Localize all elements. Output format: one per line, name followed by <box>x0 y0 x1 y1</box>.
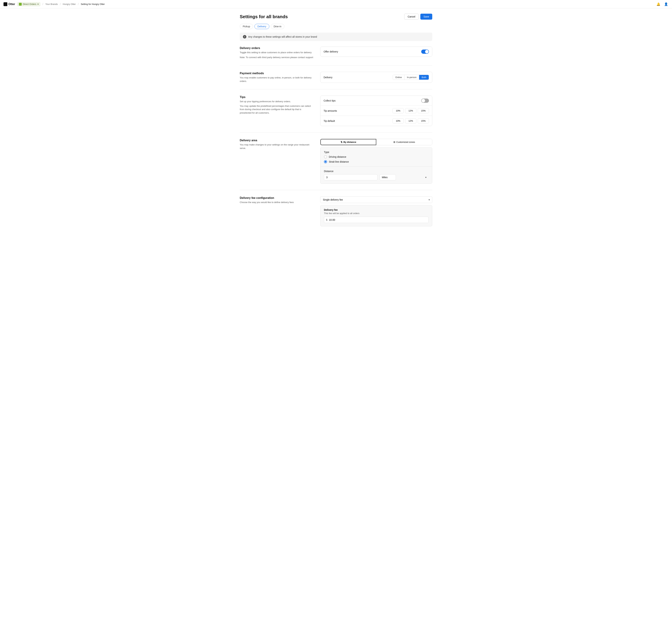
fee-card-desc: This fee will be applied to all orders <box>324 212 429 215</box>
fee-card-inner: Delivery fee This fee will be applied to… <box>321 205 432 226</box>
nav-sep-3: / <box>78 3 78 6</box>
fee-title: Delivery fee configuration <box>240 196 313 200</box>
fee-card: Delivery fee This fee will be applied to… <box>320 205 432 226</box>
tip-amounts-row: Tip amounts 10% 12% 15% <box>321 106 432 116</box>
app-icon <box>19 3 22 6</box>
tips-title: Tips <box>240 96 313 99</box>
nav-your-brands[interactable]: Your Brands <box>45 3 58 5</box>
type-label: Type <box>324 151 429 154</box>
info-icon: i <box>243 35 246 39</box>
zones-icon: ⊞ <box>393 141 395 143</box>
topnav: Otter Direct Orders ▾ / Your Brands / Hu… <box>0 0 672 8</box>
section-delivery-fee: Delivery fee configuration Choose the wa… <box>240 196 432 232</box>
area-toggle: ⇅ By distance ⊞ Customized zones <box>320 139 432 145</box>
header-actions: Cancel Save <box>404 14 432 19</box>
nav-sep-2: / <box>60 3 61 6</box>
payment-desc: You may enable customers to pay online, … <box>240 76 313 83</box>
tab-delivery[interactable]: Delivery <box>255 24 269 29</box>
logo: Otter <box>3 2 15 6</box>
section-left-delivery: Delivery orders Toggle this setting to a… <box>240 47 313 59</box>
app-selector[interactable]: Direct Orders ▾ <box>17 2 40 6</box>
fee-type-select-wrap: Single delivery fee Tiered delivery fee <box>320 196 432 203</box>
unit-select-wrap: Miles Kilometers <box>380 174 429 180</box>
main-content: Settings for all brands Cancel Save Pick… <box>236 8 436 244</box>
section-payment: Payment methods You may enable customers… <box>240 72 432 89</box>
offer-delivery-toggle[interactable] <box>421 50 429 54</box>
delivery-area-title: Delivery area <box>240 139 313 142</box>
strait-line-radio[interactable] <box>324 160 327 163</box>
logo-text: Otter <box>8 3 15 6</box>
nav-hungry-otter[interactable]: Hungry Otter <box>63 3 76 5</box>
type-radio-group: Driving distance Strait line distance <box>324 155 429 163</box>
delivery-orders-title: Delivery orders <box>240 47 313 50</box>
logo-square <box>3 2 7 6</box>
tip-default-label: Tip default <box>324 119 335 122</box>
type-row: Type Driving distance Strait line distan… <box>321 148 432 167</box>
payment-inperson-btn[interactable]: In-person <box>404 75 419 80</box>
tab-pickup[interactable]: Pickup <box>240 24 253 29</box>
save-button[interactable]: Save <box>421 14 432 19</box>
delivery-orders-desc2: Note: To connect with third party delive… <box>240 56 313 59</box>
fee-input[interactable] <box>324 217 429 223</box>
tip-default-group: 10% 12% 15% <box>393 118 429 123</box>
tips-desc1: Set up your tipping preferences for deli… <box>240 100 313 103</box>
payment-card: Delivery Online In-person Both <box>320 72 432 83</box>
section-delivery-area: Delivery area You may make changes to yo… <box>240 139 432 190</box>
section-tips: Tips Set up your tipping preferences for… <box>240 96 432 133</box>
distance-label: Distance <box>324 170 429 172</box>
area-details-card: Type Driving distance Strait line distan… <box>320 147 432 184</box>
distance-row-wrapper: Distance Miles Kilometers <box>321 167 432 184</box>
tip-default-10[interactable]: 10% <box>393 118 404 123</box>
section-delivery-orders: Delivery orders Toggle this setting to a… <box>240 47 432 65</box>
tip-amounts-label: Tip amounts <box>324 109 337 112</box>
tabs: Pickup Delivery Dine-in <box>240 24 432 29</box>
tip-amount-15[interactable]: 15% <box>418 108 429 113</box>
payment-online-btn[interactable]: Online <box>393 75 405 80</box>
section-right-delivery: Offer delivery <box>320 47 432 59</box>
collect-tips-label: Collect tips <box>324 99 335 102</box>
fee-card-title: Delivery fee <box>324 208 429 211</box>
nav-current: Setting for Hungry Otter <box>81 3 105 5</box>
cancel-button[interactable]: Cancel <box>404 14 418 19</box>
section-left-fee: Delivery fee configuration Choose the wa… <box>240 196 313 226</box>
tip-default-12[interactable]: 12% <box>405 118 416 123</box>
user-icon[interactable]: 👤 <box>664 2 669 7</box>
strait-line-option[interactable]: Strait line distance <box>324 160 429 163</box>
payment-both-btn[interactable]: Both <box>419 75 429 80</box>
fee-input-wrap: $ <box>324 217 429 223</box>
collect-tips-row: Collect tips <box>321 96 432 106</box>
distance-input[interactable] <box>324 174 378 180</box>
by-distance-btn[interactable]: ⇅ By distance <box>321 139 376 145</box>
nav-sep-1: / <box>43 3 43 6</box>
driving-label: Driving distance <box>329 155 346 158</box>
app-name: Direct Orders <box>23 3 36 5</box>
fee-currency: $ <box>326 218 327 221</box>
by-distance-label: By distance <box>343 141 356 143</box>
section-right-fee: Single delivery fee Tiered delivery fee … <box>320 196 432 226</box>
strait-line-label: Strait line distance <box>329 160 349 163</box>
info-text: Any changes to these settings will affec… <box>248 35 317 38</box>
section-left-area: Delivery area You may make changes to yo… <box>240 139 313 184</box>
tip-amount-12[interactable]: 12% <box>405 108 416 113</box>
topnav-right: 🔔 👤 <box>656 2 669 7</box>
payment-segmented-row: Delivery Online In-person Both <box>321 72 432 83</box>
driving-distance-option[interactable]: Driving distance <box>324 155 429 158</box>
collect-tips-toggle[interactable] <box>421 99 429 103</box>
info-banner: i Any changes to these settings will aff… <box>240 33 432 41</box>
driving-radio[interactable] <box>324 155 327 158</box>
page-title: Settings for all brands <box>240 14 288 19</box>
tips-desc2: You may update the predefined percentage… <box>240 104 313 115</box>
unit-select[interactable]: Miles Kilometers <box>380 174 396 180</box>
delivery-orders-desc1: Toggle this setting to allow customers t… <box>240 51 313 54</box>
section-right-payment: Delivery Online In-person Both <box>320 72 432 83</box>
tip-amount-10[interactable]: 10% <box>393 108 404 113</box>
payment-segmented-control: Online In-person Both <box>393 75 429 80</box>
tab-dine-in[interactable]: Dine-in <box>271 24 284 29</box>
payment-title: Payment methods <box>240 72 313 75</box>
tip-default-15[interactable]: 15% <box>418 118 429 123</box>
fee-type-select[interactable]: Single delivery fee Tiered delivery fee <box>320 196 432 203</box>
notification-icon[interactable]: 🔔 <box>656 2 661 7</box>
distance-inputs: Miles Kilometers <box>324 174 429 180</box>
tip-amounts-group: 10% 12% 15% <box>393 108 429 113</box>
customized-zones-btn[interactable]: ⊞ Customized zones <box>376 139 432 145</box>
